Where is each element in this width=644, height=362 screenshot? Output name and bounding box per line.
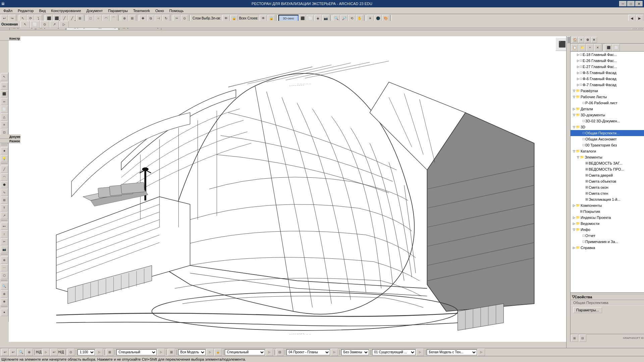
expand-3ddocs[interactable]: ▽ <box>572 112 576 118</box>
menu-window[interactable]: Окно <box>153 8 167 13</box>
special2-btn[interactable]: ▷ <box>266 349 273 356</box>
expand-vedomosti[interactable]: ▷ <box>572 221 576 226</box>
tree-item-f5[interactable]: ▷ □ Ф-5 Главный Фасад <box>571 70 644 76</box>
tool-poly[interactable]: ⬟ <box>1 181 8 188</box>
menu-document[interactable]: Документ <box>84 8 106 13</box>
tool-find[interactable]: 🔍 <box>1 283 8 290</box>
tree-item-vedomosti[interactable]: ▷ 📁 Ведомости <box>571 221 644 227</box>
expand-3d[interactable]: ▽ <box>572 124 576 130</box>
bt-zoom-btn[interactable]: ⊕ <box>25 349 33 356</box>
params-button[interactable]: Параметры... <box>573 307 602 313</box>
expand-e27[interactable]: ▷ <box>576 64 580 69</box>
tree-item-traj[interactable]: □ 00 Траектория без <box>571 142 644 148</box>
tree-item-p06[interactable]: □ Р-06 Рабочий лист <box>571 100 644 106</box>
project-btn[interactable]: ▷ <box>331 349 338 356</box>
close-button[interactable]: ✕ <box>635 1 643 6</box>
menu-help[interactable]: Помощь <box>167 8 186 13</box>
tool-arc[interactable]: ◠ <box>1 173 8 181</box>
menu-editor[interactable]: Редактор <box>15 8 36 13</box>
tool-camera[interactable]: 📷 <box>1 246 8 253</box>
tree-item-smetaDver[interactable]: ⊞ Смета дверей <box>571 172 644 178</box>
expand-detali[interactable]: ▷ <box>572 106 576 112</box>
minimize-button[interactable]: ─ <box>619 1 627 6</box>
tree-item-f6[interactable]: ▷ □ Ф-6 Главный Фасад <box>571 76 644 82</box>
tree-item-vedom2[interactable]: ⊞ ВЕДОМОСТЬ ПРО... <box>571 166 644 172</box>
project-select[interactable]: 04 Проект - Планы <box>286 349 330 355</box>
scrollbar-thumb[interactable] <box>567 37 570 43</box>
tree-item-pokrytia[interactable]: ⊞ Покрытия <box>571 208 644 215</box>
nav-home-btn[interactable]: 🏠 <box>572 37 578 43</box>
osnova-btn2[interactable]: ⬜ <box>30 21 40 28</box>
tree-item-elementy[interactable]: ▽ 📁 Элементы <box>571 154 644 160</box>
tool-text[interactable]: T <box>1 204 8 212</box>
osnova-btn4[interactable]: ↗ <box>50 21 59 28</box>
allmodel-btn[interactable]: ▷ <box>206 349 214 356</box>
tool-shell[interactable]: ⋯ <box>1 264 8 272</box>
tree-item-obshakso[interactable]: □ Общая Аксономет <box>571 136 644 142</box>
menu-construct[interactable]: Конструирование <box>48 8 84 13</box>
tree-item-komponen[interactable]: ▷ 📁 Компоненты <box>571 202 644 208</box>
tree-item-detali[interactable]: ▷ 📁 Детали <box>571 106 644 112</box>
tool-dim[interactable]: ⊷ <box>1 223 8 230</box>
snap-icon-btn[interactable]: ⊞ <box>106 349 113 356</box>
expand-f6[interactable]: ▷ <box>576 76 580 81</box>
existing-select[interactable]: 01 Существующий ... <box>372 349 416 355</box>
tree-item-spravka[interactable]: ▷ 📁 Справка <box>571 245 644 251</box>
scale-btn[interactable]: ▷ <box>96 349 103 356</box>
osnova-btn1[interactable]: ↖ <box>20 21 30 28</box>
expand-e26[interactable]: ▷ <box>576 58 580 63</box>
tool-lamp[interactable]: 💡 <box>1 155 8 162</box>
tool-misc1[interactable]: ⊗ <box>1 290 8 298</box>
rp-btn3[interactable]: + <box>586 44 594 51</box>
tree-item-rablisty[interactable]: ▽ 📁 Рабочие Листы <box>571 94 644 100</box>
tree-item-e27[interactable]: ▷ □ Е-27 Главный Фас... <box>571 64 644 70</box>
nav-add-btn[interactable]: + <box>578 37 584 43</box>
bt-redo-btn[interactable]: ↩ <box>9 349 17 356</box>
grid-icon-btn[interactable]: ⊞ <box>168 349 175 356</box>
expand-f5[interactable]: ▷ <box>576 70 580 75</box>
tree-item-smetaObj[interactable]: ⊞ Смета объектов <box>571 178 644 184</box>
rp-btn6[interactable]: ⬜ <box>612 44 620 51</box>
expand-rablisty[interactable]: ▽ <box>572 94 576 100</box>
tree-item-smetaOkon[interactable]: ⊞ Смета окон <box>571 184 644 190</box>
tree-item-f7[interactable]: ▷ □ Ф-7 Главный Фасад <box>571 82 644 88</box>
allmodel-lock-btn[interactable]: 🔒 <box>214 349 222 356</box>
scale-select[interactable]: 1:100 1:50 1:200 <box>77 349 95 355</box>
tree-item-info[interactable]: ▽ 📁 Инфо <box>571 227 644 233</box>
existing-btn[interactable]: ▷ <box>416 349 424 356</box>
tree-item-obshpersp[interactable]: □ Общая Перспекти... <box>571 130 644 136</box>
menu-file[interactable]: Файл <box>1 8 15 13</box>
tree-item-otchet[interactable]: □ Отчет <box>571 233 644 239</box>
bt-mag-btn[interactable]: 🔍 <box>17 349 25 356</box>
bt-undo-btn[interactable]: ↩ <box>1 349 9 356</box>
expand-indexProj[interactable]: ▷ <box>572 215 576 220</box>
tree-item-e26[interactable]: ▷ □ Е-26 Главный Фас... <box>571 58 644 64</box>
tool-curtain[interactable]: ⬡ <box>1 272 8 279</box>
bt-snap-btn[interactable]: ⊙ <box>67 349 74 356</box>
right-scrollbar[interactable] <box>566 36 570 348</box>
expand-info[interactable]: ▽ <box>572 227 576 232</box>
menu-params[interactable]: Параметры <box>105 8 130 13</box>
menu-view[interactable]: Вид <box>36 8 48 13</box>
phase-icon-btn[interactable]: ⊟ <box>276 349 283 356</box>
nav-close-btn[interactable]: ✕ <box>591 37 597 43</box>
tool-label[interactable]: ↗ <box>1 212 8 219</box>
tree-item-indexProj[interactable]: ▷ 📁 Индексы Проекта <box>571 215 644 221</box>
rp-btn2[interactable]: 📁 <box>579 44 586 51</box>
expand-f7[interactable]: ▷ <box>576 82 580 87</box>
tree-item-3d[interactable]: ▽ 📁 3D <box>571 124 644 130</box>
whitemodel-select[interactable]: Белая Модель с Тен... <box>427 349 477 355</box>
tool-misc3[interactable]: ✦ <box>1 309 8 316</box>
tree-item-e18[interactable]: ▷ □ Е-18 Главный Фас... <box>571 52 644 58</box>
tree-item-3d02[interactable]: □ 3D-02 3D-Докумен... <box>571 118 644 124</box>
tool-misc2[interactable]: ❋ <box>1 298 8 305</box>
tool-line[interactable]: ╱ <box>1 166 8 173</box>
noreplacement-select[interactable]: Без Замены <box>341 349 369 355</box>
tool-object[interactable]: ★ <box>1 147 8 155</box>
expand-komponen[interactable]: ▷ <box>572 203 576 208</box>
tree-item-razverk[interactable]: ▽ 📁 Развёртки <box>571 88 644 94</box>
tree-item-primechan[interactable]: □ Примечания и За... <box>571 239 644 245</box>
expand-katalogi[interactable]: ▽ <box>572 148 576 154</box>
rp-btn1[interactable]: 📋 <box>571 44 578 51</box>
osnova-btn3[interactable]: ⊙ <box>40 21 49 28</box>
